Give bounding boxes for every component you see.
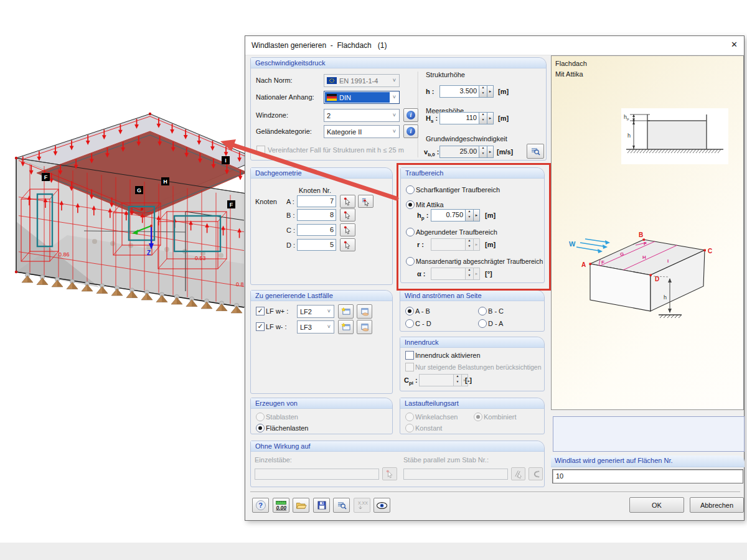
gelaende-info-button[interactable]: i bbox=[403, 124, 418, 138]
h-input[interactable]: 3.500 bbox=[439, 85, 479, 98]
radio-abgerundet[interactable] bbox=[406, 228, 415, 236]
radio-cd[interactable] bbox=[405, 319, 414, 328]
help-button[interactable]: ? bbox=[252, 498, 269, 513]
innendruck-checkbox[interactable] bbox=[405, 351, 414, 360]
radio-bc-label[interactable]: B - C bbox=[488, 307, 504, 315]
pick-node-c-button[interactable] bbox=[340, 223, 355, 236]
spinner-arrows[interactable]: ▲▼ bbox=[479, 85, 487, 98]
radio-flaechenlasten[interactable] bbox=[256, 424, 265, 432]
radio-flaechenlasten-label[interactable]: Flächenlasten bbox=[266, 424, 309, 432]
chevron-down-icon: ˅ bbox=[324, 324, 334, 330]
view-button[interactable] bbox=[374, 498, 390, 513]
gelaende-combobox[interactable]: Kategorie II ˅ bbox=[324, 125, 400, 138]
knoten-d-input[interactable]: 5 bbox=[297, 239, 336, 251]
result-surfaces-field[interactable]: 10 bbox=[552, 469, 743, 483]
radio-scharfkantig[interactable] bbox=[406, 185, 415, 194]
units-button[interactable]: 0.00 bbox=[273, 498, 289, 513]
ok-button[interactable]: OK bbox=[629, 497, 684, 513]
details-button[interactable] bbox=[333, 498, 350, 513]
hp-spinner: 0.750 ▲▼ ▸ bbox=[431, 209, 480, 222]
radio-abgerundet-label[interactable]: Abgerundeter Traufbereich bbox=[416, 228, 497, 236]
vb-input[interactable]: 25.00 bbox=[439, 146, 479, 158]
vereinfacht-checkbox[interactable] bbox=[256, 146, 265, 154]
open-button[interactable] bbox=[293, 498, 309, 513]
steigende-checkbox[interactable] bbox=[405, 363, 414, 371]
lf-wplus-new-button[interactable] bbox=[338, 304, 354, 319]
svg-text:Z: Z bbox=[147, 250, 151, 256]
param-arrow-button[interactable]: ▸ bbox=[487, 85, 494, 98]
lf-wminus-new-button[interactable] bbox=[338, 320, 354, 334]
lf-wplus-label[interactable]: LF w+ : bbox=[266, 307, 288, 315]
alpha-input[interactable] bbox=[431, 268, 466, 280]
lf-wplus-edit-button[interactable] bbox=[357, 304, 372, 319]
norm-combobox[interactable]: EN 1991-1-4 ˅ bbox=[324, 74, 400, 87]
pick-node-d-button[interactable] bbox=[340, 238, 355, 251]
model-3d-view[interactable]: FGHIF0.860.530.8Z bbox=[0, 0, 268, 348]
anhang-combobox[interactable]: DIN ˅ bbox=[324, 91, 400, 104]
spinner-arrows[interactable]: ▲▼ bbox=[466, 209, 474, 222]
radio-ab-label[interactable]: A - B bbox=[415, 307, 430, 315]
r-input[interactable] bbox=[431, 238, 466, 251]
param-arrow-button[interactable]: ▸ bbox=[474, 238, 480, 251]
radio-stablasten[interactable] bbox=[256, 413, 265, 421]
close-icon[interactable]: ✕ bbox=[731, 40, 738, 49]
cs-h-label: h bbox=[627, 133, 631, 139]
lf-wplus-checkbox[interactable]: ✓ bbox=[256, 307, 265, 315]
lf-wminus-label[interactable]: LF w- : bbox=[266, 323, 287, 331]
save-button[interactable] bbox=[313, 498, 330, 513]
lf-wminus-checkbox[interactable]: ✓ bbox=[256, 322, 265, 331]
radio-mit-attika-label[interactable]: Mit Attika bbox=[416, 201, 444, 209]
radio-cd-label[interactable]: C - D bbox=[415, 320, 431, 328]
radio-ab[interactable] bbox=[405, 307, 414, 315]
pick-staebe-button[interactable] bbox=[382, 467, 397, 480]
pick-node-a-button[interactable] bbox=[340, 195, 355, 208]
spinner-arrows[interactable]: ▲▼ bbox=[479, 146, 487, 158]
radio-mansard[interactable] bbox=[406, 257, 415, 266]
innendruck-label[interactable]: Innendruck aktivieren bbox=[415, 352, 481, 360]
param-arrow-button[interactable]: ▸ bbox=[487, 146, 494, 158]
parallel-input[interactable] bbox=[403, 469, 508, 480]
radio-kombiniert[interactable] bbox=[474, 413, 482, 421]
radio-bc[interactable] bbox=[478, 307, 487, 315]
radio-winkelachsen[interactable] bbox=[405, 413, 414, 421]
radio-mansard-label[interactable]: Mansardenartig abgeschrägter Traufbereic… bbox=[416, 258, 543, 266]
windzone-value: 2 bbox=[327, 112, 331, 119]
cpi-input[interactable] bbox=[419, 374, 454, 386]
einzelstaebe-input[interactable] bbox=[255, 469, 379, 480]
spinner-arrows[interactable]: ▲▼ bbox=[479, 112, 487, 124]
spinner-arrows[interactable]: ▲▼ bbox=[466, 268, 474, 280]
vb-symbol: vb,0 : bbox=[424, 148, 439, 159]
lf-wplus-combobox[interactable]: LF2 ˅ bbox=[297, 305, 334, 318]
pick-node-b-button[interactable] bbox=[340, 208, 355, 222]
pick-node-list-button[interactable] bbox=[358, 195, 374, 208]
param-arrow-button[interactable]: ▸ bbox=[474, 209, 480, 222]
lf-wminus-combobox[interactable]: LF3 ˅ bbox=[297, 320, 334, 334]
pick-parallel-button[interactable] bbox=[511, 467, 525, 480]
knoten-a-input[interactable]: 7 bbox=[297, 195, 336, 207]
radio-da-label[interactable]: D - A bbox=[488, 320, 503, 328]
hp-input[interactable]: 0.750 bbox=[431, 209, 466, 222]
radio-mit-attika[interactable] bbox=[406, 200, 415, 209]
lf-wminus-edit-button[interactable] bbox=[357, 320, 372, 334]
knoten-b-input[interactable]: 8 bbox=[297, 209, 336, 221]
magnet-icon bbox=[532, 470, 540, 478]
radio-da[interactable] bbox=[478, 319, 487, 328]
param-arrow-button[interactable]: ▸ bbox=[487, 112, 494, 124]
zone-g: G bbox=[620, 251, 624, 257]
group-title: Innendruck bbox=[400, 337, 544, 348]
param-arrow-button[interactable]: ▸ bbox=[474, 268, 480, 280]
radio-konstant[interactable] bbox=[405, 424, 414, 432]
cancel-button[interactable]: Abbrechen bbox=[690, 497, 744, 513]
decimal-places-button[interactable]: X.XX bbox=[354, 498, 370, 513]
dialog-titlebar[interactable]: Windlasten generieren - Flachdach (1) ✕ bbox=[245, 36, 744, 55]
spinner-arrows[interactable]: ▲▼ bbox=[466, 238, 474, 251]
radio-scharfkantig-label[interactable]: Scharfkantiger Traufbereich bbox=[416, 186, 500, 194]
zone-f-top: F bbox=[644, 241, 647, 246]
windzone-combobox[interactable]: 2 ˅ bbox=[324, 109, 400, 122]
hs-input[interactable]: 110 bbox=[439, 112, 479, 124]
knoten-c-input[interactable]: 6 bbox=[297, 224, 336, 236]
spinner-arrows[interactable]: ▲▼ bbox=[454, 374, 462, 386]
vb-details-button[interactable] bbox=[527, 144, 544, 159]
windzone-info-button[interactable]: i bbox=[403, 108, 418, 122]
magnet-button[interactable] bbox=[529, 467, 543, 480]
